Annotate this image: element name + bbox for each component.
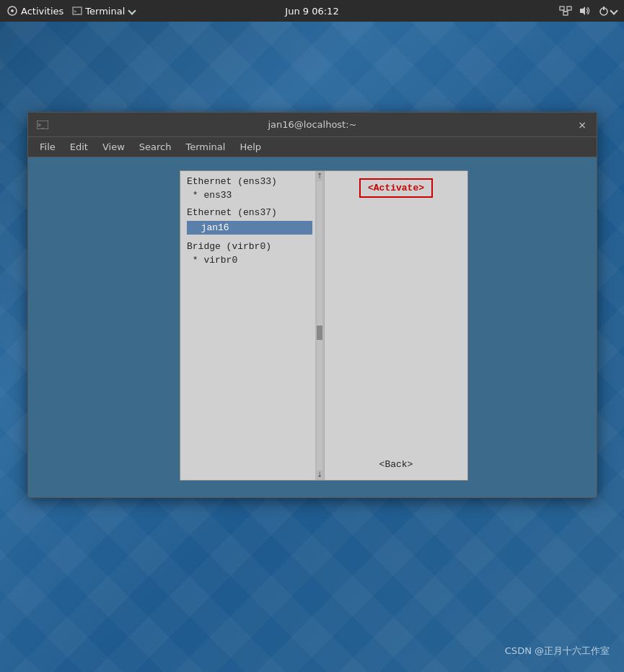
terminal-titlebar: >_ jan16@localhost:~ × [28, 113, 597, 137]
menu-help-label: Help [240, 141, 261, 152]
power-chevron-icon [610, 6, 618, 14]
activities-button[interactable]: Activities [7, 6, 63, 17]
list-container: Ethernet (ens33) * ens33 Ethernet (ens37… [180, 171, 324, 480]
terminal-window: >_ jan16@localhost:~ × File Edit View Se… [27, 112, 597, 498]
close-icon: × [578, 119, 586, 131]
menu-terminal[interactable]: Terminal [180, 140, 231, 154]
network-item-virbr0[interactable]: * virbr0 [184, 253, 315, 267]
panel-right [559, 6, 617, 16]
menu-search[interactable]: Search [133, 140, 177, 154]
scrollbar-thumb[interactable] [317, 326, 322, 340]
menu-terminal-label: Terminal [185, 141, 225, 152]
menu-view[interactable]: View [97, 140, 131, 154]
menu-search-label: Search [139, 141, 172, 152]
watermark: CSDN @正月十六工作室 [505, 645, 610, 658]
svg-rect-6 [563, 12, 568, 15]
svg-text:>_: >_ [74, 9, 80, 14]
terminal-titlebar-icon: >_ [35, 119, 50, 131]
network-svg-icon [559, 6, 572, 16]
terminal-menubar: File Edit View Search Terminal Help [28, 137, 597, 157]
app-chevron-icon [128, 6, 136, 14]
network-icon[interactable] [559, 6, 572, 16]
network-group-virbr0: Bridge (virbr0) * virbr0 [184, 240, 315, 267]
svg-text:>_: >_ [38, 122, 45, 128]
group-name-ens37: Ethernet (ens37) [184, 206, 315, 219]
desktop: Activities >_ Terminal Jun 9 06:12 [0, 0, 624, 672]
network-group-ens33: Ethernet (ens33) * ens33 [184, 175, 315, 202]
group-name-ens33: Ethernet (ens33) [184, 175, 315, 188]
menu-edit-label: Edit [70, 141, 88, 152]
dialog-button-panel: <Activate> <Back> [325, 171, 467, 480]
nmtui-dialog: Ethernet (ens33) * ens33 Ethernet (ens37… [180, 170, 468, 481]
svg-marker-9 [580, 6, 585, 15]
power-icon[interactable] [598, 6, 617, 16]
window-title: jan16@localhost:~ [268, 119, 357, 130]
panel-datetime: Jun 9 06:12 [285, 6, 338, 17]
svg-point-1 [11, 9, 14, 12]
scroll-down-arrow[interactable]: ↓ [315, 470, 324, 480]
network-item-jan16[interactable]: jan16 [184, 219, 315, 236]
activate-button[interactable]: <Activate> [359, 178, 433, 198]
dialog-main: Ethernet (ens33) * ens33 Ethernet (ens37… [180, 171, 467, 480]
sound-svg-icon [579, 6, 591, 16]
network-group-ens37: Ethernet (ens37) jan16 [184, 206, 315, 236]
menu-file-label: File [40, 141, 56, 152]
power-svg-icon [598, 6, 610, 16]
back-button[interactable]: <Back> [372, 456, 421, 473]
dialog-list-panel: Ethernet (ens33) * ens33 Ethernet (ens37… [180, 171, 325, 480]
menu-edit[interactable]: Edit [64, 140, 94, 154]
scroll-up-arrow[interactable]: ↑ [315, 171, 324, 181]
terminal-icon: >_ [72, 6, 82, 16]
top-panel: Activities >_ Terminal Jun 9 06:12 [0, 0, 624, 22]
terminal-app-indicator[interactable]: >_ Terminal [72, 6, 135, 17]
close-button[interactable]: × [575, 118, 589, 132]
network-item-ens33[interactable]: * ens33 [184, 188, 315, 202]
list-scrollbar: ↑ ↓ [315, 171, 324, 480]
panel-left: Activities >_ Terminal [7, 6, 135, 17]
datetime-label: Jun 9 06:12 [285, 6, 338, 17]
apps-icon [7, 6, 17, 16]
watermark-text: CSDN @正月十六工作室 [505, 645, 610, 656]
selected-item-jan16: jan16 [187, 221, 312, 235]
group-name-virbr0: Bridge (virbr0) [184, 240, 315, 253]
activities-label: Activities [21, 6, 63, 17]
sound-icon[interactable] [579, 6, 591, 16]
menu-file[interactable]: File [34, 140, 61, 154]
scrollbar-track [317, 181, 322, 470]
network-list: Ethernet (ens33) * ens33 Ethernet (ens37… [180, 171, 324, 274]
menu-view-label: View [102, 141, 125, 152]
menu-help[interactable]: Help [234, 140, 267, 154]
terminal-title-icon: >_ [37, 121, 48, 129]
svg-rect-5 [567, 6, 571, 10]
app-name-label: Terminal [85, 6, 125, 17]
svg-rect-4 [560, 6, 564, 10]
terminal-content: Ethernet (ens33) * ens33 Ethernet (ens37… [28, 157, 597, 497]
